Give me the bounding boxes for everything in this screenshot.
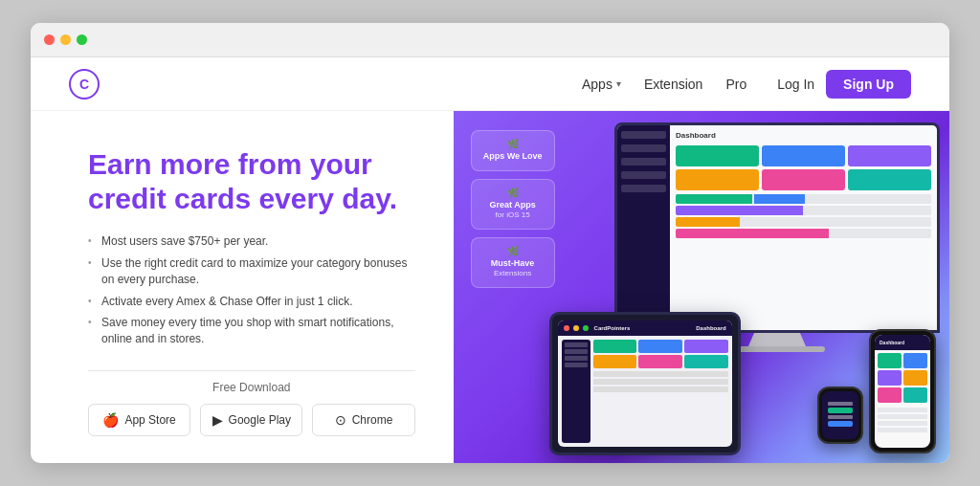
watch-bar-2 bbox=[828, 421, 853, 427]
tablet-dot-red bbox=[564, 325, 569, 331]
watch-text-2 bbox=[828, 415, 853, 419]
watch-screen bbox=[822, 391, 858, 439]
signup-button[interactable]: Sign Up bbox=[826, 70, 911, 99]
tablet-title: CardPointers bbox=[594, 325, 631, 331]
tablet-screen: CardPointers Dashboard bbox=[558, 320, 732, 447]
main-content: Earn more from your credit cards every d… bbox=[31, 111, 949, 463]
traffic-light-red[interactable] bbox=[44, 34, 55, 45]
nav-links: Apps ▾ Extension Pro bbox=[582, 77, 746, 92]
logo-letter: C bbox=[79, 77, 89, 92]
app-store-button[interactable]: 🍎 App Store bbox=[88, 404, 190, 436]
nav-actions: Log In Sign Up bbox=[777, 70, 911, 99]
nav-link-apps[interactable]: Apps ▾ bbox=[582, 77, 621, 92]
tablet-card-grid bbox=[593, 340, 728, 368]
nav-link-extension[interactable]: Extension bbox=[644, 77, 702, 92]
play-icon: ▶ bbox=[212, 412, 223, 428]
chrome-icon: ⊙ bbox=[335, 412, 346, 428]
watch-text-1 bbox=[828, 402, 853, 406]
phone-row-4 bbox=[878, 428, 927, 432]
tablet-content bbox=[558, 336, 732, 447]
phone-card-grid bbox=[875, 350, 930, 406]
awards-panel: 🌿 Apps We Love 🌿 Great Apps for iOS 15 🌿… bbox=[471, 130, 555, 288]
dash-row-1 bbox=[676, 194, 931, 204]
chrome-button[interactable]: ⊙ Chrome bbox=[312, 404, 414, 436]
traffic-light-yellow[interactable] bbox=[60, 34, 71, 45]
sidebar-item bbox=[621, 185, 666, 192]
phone-card-4 bbox=[903, 370, 927, 386]
google-play-button[interactable]: ▶ Google Play bbox=[200, 404, 302, 436]
dash-card-4 bbox=[676, 169, 759, 190]
browser-window: C Apps ▾ Extension Pro Log In Sign Up bbox=[31, 23, 949, 463]
award-badge-2: 🌿 Great Apps for iOS 15 bbox=[471, 179, 555, 230]
monitor-screen: Dashboard bbox=[614, 122, 940, 333]
tablet-card-3 bbox=[684, 340, 728, 353]
phone-rows bbox=[875, 406, 930, 436]
dash-header-row: Dashboard bbox=[676, 131, 931, 140]
page-content: C Apps ▾ Extension Pro Log In Sign Up bbox=[31, 57, 949, 463]
tablet-card-5 bbox=[638, 355, 682, 368]
logo-icon[interactable]: C bbox=[69, 69, 100, 99]
dash-rows bbox=[676, 194, 931, 238]
download-buttons: 🍎 App Store ▶ Google Play ⊙ Chrome bbox=[88, 404, 415, 436]
sidebar-item bbox=[621, 131, 666, 139]
tablet-main bbox=[593, 340, 728, 443]
apple-icon: 🍎 bbox=[102, 412, 119, 428]
dash-main: Dashboard bbox=[670, 125, 937, 330]
bullet-4: Save money every time you shop with smar… bbox=[88, 315, 415, 347]
award-badge-3: 🌿 Must-Have Extensions bbox=[471, 237, 555, 288]
hero-right: 🌿 Apps We Love 🌿 Great Apps for iOS 15 🌿… bbox=[454, 111, 949, 463]
tablet-header: CardPointers Dashboard bbox=[558, 320, 732, 336]
wreath-icon: 🌿 bbox=[481, 139, 545, 149]
free-download-label: Free Download bbox=[88, 381, 415, 394]
phone-card-6 bbox=[903, 387, 927, 403]
sidebar-item bbox=[621, 171, 666, 179]
nav-link-pro[interactable]: Pro bbox=[725, 77, 746, 92]
login-button[interactable]: Log In bbox=[777, 77, 814, 92]
mock-tablet: CardPointers Dashboard bbox=[549, 312, 741, 455]
phone-card-3 bbox=[878, 370, 902, 386]
tablet-card-1 bbox=[593, 340, 637, 353]
phone-card-1 bbox=[878, 353, 902, 368]
tablet-dot-green bbox=[583, 325, 589, 331]
phone-row-2 bbox=[878, 414, 927, 419]
navbar: C Apps ▾ Extension Pro Log In Sign Up bbox=[31, 57, 949, 111]
mock-watch bbox=[817, 387, 863, 444]
wreath-icon-2: 🌿 bbox=[481, 188, 545, 198]
dash-sidebar bbox=[617, 125, 670, 330]
tablet-card-2 bbox=[638, 340, 682, 353]
sidebar-item bbox=[621, 144, 666, 152]
bullet-1: Most users save $750+ per year. bbox=[88, 233, 415, 250]
chevron-down-icon: ▾ bbox=[616, 78, 621, 89]
monitor-stand bbox=[748, 333, 806, 346]
tablet-dot-yellow bbox=[573, 325, 579, 331]
dash-card-5 bbox=[762, 169, 845, 190]
mock-phone: Dashboard bbox=[869, 329, 936, 453]
dashboard-mock: Dashboard bbox=[617, 125, 937, 330]
hero-right-inner: 🌿 Apps We Love 🌿 Great Apps for iOS 15 🌿… bbox=[454, 111, 949, 463]
phone-row-1 bbox=[878, 408, 927, 412]
traffic-light-green[interactable] bbox=[77, 34, 87, 45]
tablet-dashboard-title: Dashboard bbox=[696, 325, 725, 331]
tablet-sidebar-item bbox=[565, 349, 588, 354]
dash-card-3 bbox=[848, 145, 931, 166]
watch-bar-1 bbox=[828, 408, 853, 413]
hero-left: Earn more from your credit cards every d… bbox=[31, 111, 454, 463]
tablet-row-1 bbox=[593, 371, 728, 377]
monitor-base bbox=[729, 346, 825, 352]
phone-row-3 bbox=[878, 421, 927, 426]
phone-card-2 bbox=[903, 353, 927, 368]
tablet-sidebar bbox=[562, 340, 590, 443]
tablet-row-3 bbox=[593, 387, 728, 392]
browser-chrome bbox=[31, 23, 949, 57]
dash-card-grid bbox=[676, 145, 931, 190]
tablet-card-4 bbox=[593, 355, 637, 368]
award-badge-1: 🌿 Apps We Love bbox=[471, 130, 555, 171]
sidebar-item bbox=[621, 158, 666, 166]
phone-header: Dashboard bbox=[875, 335, 930, 350]
bullet-3: Activate every Amex & Chase Offer in jus… bbox=[88, 294, 415, 310]
tablet-card-6 bbox=[684, 355, 728, 368]
phone-card-5 bbox=[878, 387, 902, 403]
wreath-icon-3: 🌿 bbox=[481, 246, 545, 256]
dash-card-1 bbox=[676, 145, 759, 166]
dash-row-2 bbox=[676, 206, 931, 215]
